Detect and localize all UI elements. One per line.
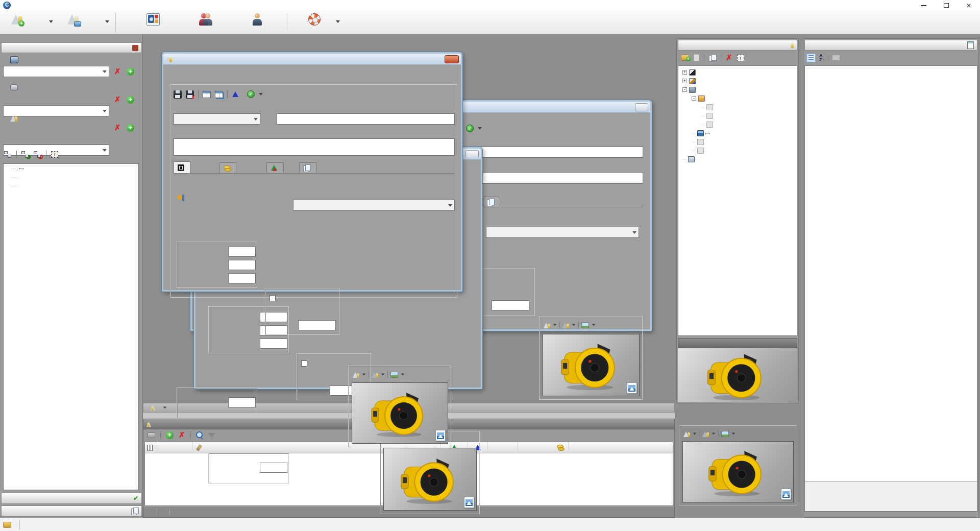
tab-parts[interactable] <box>266 162 284 173</box>
delete-product-icon[interactable]: ✗ <box>179 431 185 439</box>
help-dropdown[interactable] <box>336 20 340 23</box>
add-file-icon[interactable] <box>694 54 699 61</box>
organizer-add-node-icon[interactable]: + <box>21 151 29 158</box>
properties-header[interactable] <box>804 40 977 51</box>
column-stock[interactable] <box>488 442 518 453</box>
dialog-front-close-button[interactable] <box>445 55 459 63</box>
tree-item-2d[interactable]: + <box>678 68 797 77</box>
manufacturer-add-icon[interactable]: + <box>127 68 134 76</box>
back-blocks-select[interactable] <box>486 227 639 238</box>
tab-general[interactable] <box>174 161 190 173</box>
tree-item-1700-jpg[interactable]: ·· <box>678 111 797 120</box>
front-preview-image[interactable] <box>352 382 448 444</box>
alphabetical-sort-icon[interactable]: AZ↓ <box>819 54 824 62</box>
collapse-icon[interactable]: - <box>682 87 687 92</box>
quantity-input[interactable] <box>228 397 256 407</box>
organizer-item-5000[interactable]: ···· <box>4 173 138 181</box>
organizer-tree-icon[interactable] <box>4 151 12 158</box>
organizer-item-4000[interactable]: ···· <box>4 164 138 173</box>
tree-item-reels[interactable]: - <box>678 94 797 103</box>
save-icon[interactable] <box>174 90 182 99</box>
database-add-icon[interactable]: + <box>127 96 134 104</box>
description-field[interactable] <box>174 138 455 156</box>
organizer-item-9000[interactable]: ···· <box>4 181 138 190</box>
middle-weight-checkbox[interactable] <box>301 360 307 367</box>
my-documents-bar[interactable] <box>1 505 142 517</box>
new-dropdown[interactable] <box>49 20 53 23</box>
product-line-delete-icon[interactable]: ✗ <box>114 124 121 131</box>
height-input[interactable] <box>228 273 256 283</box>
add-folder-icon[interactable]: + <box>681 55 689 61</box>
tree-item-vhn4415-jpg[interactable]: ·· <box>678 129 797 137</box>
tab-quotation[interactable] <box>219 162 236 173</box>
manufacturers-button[interactable] <box>126 12 181 33</box>
group-field[interactable] <box>277 113 455 125</box>
column-base-price[interactable] <box>518 442 569 453</box>
parts-catalog-bar[interactable]: ✔ <box>1 493 142 504</box>
width-input[interactable] <box>228 247 256 257</box>
organizer-rename-icon[interactable]: I <box>51 151 58 158</box>
preview-3d-icon[interactable] <box>562 322 569 328</box>
subassembly-dropdown[interactable] <box>259 93 263 95</box>
categorized-view-icon[interactable] <box>806 54 816 62</box>
tree-item-vhn4425-jpg[interactable]: ·· <box>678 137 797 146</box>
save-close-icon[interactable]: ✗ <box>186 90 194 99</box>
tree-item-vhn9004-jpg[interactable]: ·· <box>678 146 797 155</box>
tab-documents[interactable] <box>299 162 316 173</box>
preview-3d-icon[interactable] <box>372 371 378 378</box>
blocks-directory-select[interactable] <box>293 200 455 211</box>
customers-button[interactable] <box>236 12 279 33</box>
rename-icon[interactable]: I <box>737 55 744 61</box>
search-icon[interactable] <box>196 431 203 439</box>
datasheet-icon[interactable] <box>203 91 211 98</box>
subassembly-ok-icon[interactable]: ✓ <box>247 90 255 98</box>
preview-2d-icon[interactable] <box>683 430 690 437</box>
back-description-field[interactable] <box>463 172 643 184</box>
tree-item-1400-jpg[interactable]: ·· <box>678 103 797 111</box>
active-window-dropdown[interactable] <box>163 407 166 409</box>
column-product[interactable] <box>157 442 193 453</box>
middle-preview-image[interactable] <box>383 448 477 511</box>
files-panel-header[interactable] <box>678 40 797 51</box>
expand-icon[interactable]: + <box>682 70 687 75</box>
image-file-icon[interactable] <box>781 489 791 500</box>
products-catalog-header[interactable] <box>1 42 142 53</box>
suppliers-button[interactable] <box>185 12 226 33</box>
back-subassembly-dropdown[interactable] <box>478 127 482 130</box>
preview-2d-icon[interactable] <box>353 371 359 378</box>
manufacturer-delete-icon[interactable]: ✗ <box>114 68 121 75</box>
add-product-icon[interactable]: + <box>166 431 174 439</box>
column-icon[interactable] <box>145 442 157 453</box>
image-file-icon[interactable] <box>464 497 474 508</box>
filter-icon[interactable] <box>208 433 215 438</box>
insertion-type-select[interactable] <box>174 113 260 125</box>
open-product-icon[interactable] <box>148 432 155 438</box>
tree-item-views[interactable]: ·· <box>678 155 797 163</box>
back-weight-input[interactable] <box>492 300 529 310</box>
organizer-delete-node-icon[interactable]: x <box>34 151 41 158</box>
delete-file-icon[interactable]: ✗ <box>726 54 732 61</box>
manufacturer-select[interactable] <box>3 66 109 77</box>
dialog-middle-close-button[interactable] <box>465 150 479 158</box>
open-dropdown[interactable] <box>105 20 109 23</box>
back-subassembly-ok-icon[interactable]: ✓ <box>466 125 474 132</box>
datasheet-add-icon[interactable] <box>215 91 223 98</box>
preview-image-icon[interactable] <box>390 372 398 378</box>
weight-sum-checkbox[interactable] <box>270 295 276 301</box>
back-group-field[interactable] <box>463 147 643 158</box>
maximize-button[interactable] <box>935 0 958 11</box>
collapse-icon[interactable]: - <box>692 96 696 101</box>
database-delete-icon[interactable]: ✗ <box>114 96 121 103</box>
tree-item-9000-jpg[interactable]: ·· <box>678 120 797 129</box>
copy-icon[interactable] <box>709 54 716 61</box>
product-line-add-icon[interactable]: + <box>127 124 134 132</box>
length-input[interactable] <box>228 260 256 270</box>
minimize-button[interactable] <box>913 0 935 11</box>
middle-quantity-input[interactable] <box>260 463 287 473</box>
tree-item-img[interactable]: - <box>678 85 797 94</box>
back-tab-documents[interactable] <box>483 197 500 207</box>
preview-image-icon[interactable] <box>721 431 729 437</box>
image-file-icon[interactable] <box>435 430 446 441</box>
dialog-front-titlebar[interactable] <box>163 54 461 65</box>
back-preview-image[interactable] <box>543 334 640 396</box>
